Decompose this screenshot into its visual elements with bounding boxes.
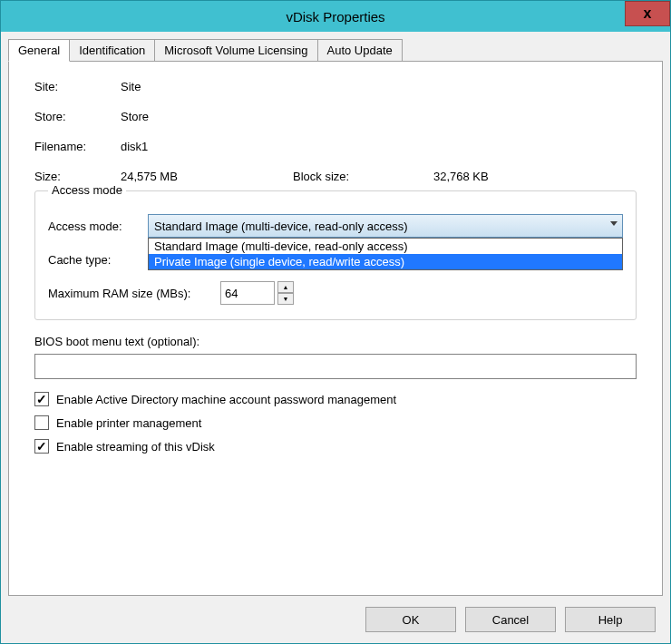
window: vDisk Properties x General Identificatio… — [0, 0, 671, 644]
ad-mgmt-label: Enable Active Directory machine account … — [56, 393, 396, 406]
site-value: Site — [121, 80, 637, 93]
bios-input[interactable] — [34, 354, 637, 379]
block-size-value: 32,768 KB — [433, 170, 637, 183]
site-label: Site: — [34, 80, 121, 93]
help-button[interactable]: Help — [565, 607, 656, 632]
ram-size-label: Maximum RAM size (MBs): — [48, 287, 220, 300]
dropdown-option-standard[interactable]: Standard Image (multi-device, read-only … — [149, 239, 622, 254]
site-row: Site: Site — [34, 80, 637, 93]
printer-mgmt-row: Enable printer management — [34, 415, 637, 430]
store-label: Store: — [34, 110, 121, 123]
spinner-down-button[interactable]: ▼ — [277, 293, 294, 305]
ok-button[interactable]: OK — [365, 607, 456, 632]
access-mode-fieldset: Access mode Access mode: Standard Image … — [34, 190, 637, 320]
size-label: Size: — [34, 170, 121, 183]
cache-type-label: Cache type: — [48, 253, 148, 267]
window-body: General Identification Microsoft Volume … — [1, 32, 670, 643]
access-mode-dropdown-wrap: Standard Image (multi-device, read-only … — [148, 214, 623, 238]
size-value: 24,575 MB — [121, 170, 293, 183]
cancel-button[interactable]: Cancel — [465, 607, 556, 632]
ad-mgmt-row: Enable Active Directory machine account … — [34, 392, 637, 406]
chevron-down-icon: ▼ — [283, 296, 289, 302]
tab-bar: General Identification Microsoft Volume … — [8, 39, 663, 61]
tab-content: Site: Site Store: Store Filename: disk1 … — [8, 61, 663, 596]
chevron-down-icon — [610, 221, 618, 226]
streaming-label: Enable streaming of this vDisk — [56, 440, 215, 454]
tab-identification[interactable]: Identification — [69, 39, 155, 61]
window-title: vDisk Properties — [286, 9, 384, 24]
dropdown-option-private[interactable]: Private Image (single device, read/write… — [149, 254, 622, 269]
close-icon: x — [644, 5, 652, 22]
tab-auto-update[interactable]: Auto Update — [317, 39, 403, 61]
ram-size-spinner: ▲ ▼ — [220, 281, 294, 305]
button-bar: OK Cancel Help — [8, 596, 663, 636]
store-row: Store: Store — [34, 110, 637, 123]
ram-size-input[interactable] — [220, 281, 275, 305]
access-mode-dropdown-list: Standard Image (multi-device, read-only … — [148, 238, 623, 270]
access-mode-row: Access mode: Standard Image (multi-devic… — [48, 214, 623, 238]
printer-mgmt-label: Enable printer management — [56, 416, 201, 430]
store-value: Store — [121, 110, 637, 123]
access-mode-selected: Standard Image (multi-device, read-only … — [154, 220, 408, 233]
size-row: Size: 24,575 MB Block size: 32,768 KB — [34, 170, 637, 183]
tab-general[interactable]: General — [8, 39, 70, 62]
ad-mgmt-checkbox[interactable] — [34, 392, 49, 406]
access-mode-legend: Access mode — [48, 183, 126, 197]
spinner-up-button[interactable]: ▲ — [277, 281, 294, 293]
block-size-label: Block size: — [293, 170, 433, 183]
close-button[interactable]: x — [625, 1, 670, 26]
bios-label: BIOS boot menu text (optional): — [34, 335, 637, 348]
filename-value: disk1 — [121, 140, 637, 153]
streaming-row: Enable streaming of this vDisk — [34, 439, 637, 454]
streaming-checkbox[interactable] — [34, 439, 49, 454]
access-mode-label: Access mode: — [48, 220, 148, 233]
filename-label: Filename: — [34, 140, 121, 153]
tab-licensing[interactable]: Microsoft Volume Licensing — [154, 39, 317, 61]
bios-section: BIOS boot menu text (optional): — [34, 335, 637, 379]
spinner-buttons: ▲ ▼ — [277, 281, 294, 305]
ram-size-row: Maximum RAM size (MBs): ▲ ▼ — [48, 281, 623, 305]
titlebar: vDisk Properties x — [1, 1, 670, 32]
printer-mgmt-checkbox[interactable] — [34, 415, 49, 430]
chevron-up-icon: ▲ — [283, 284, 289, 290]
access-mode-dropdown[interactable]: Standard Image (multi-device, read-only … — [148, 214, 623, 238]
filename-row: Filename: disk1 — [34, 140, 637, 153]
